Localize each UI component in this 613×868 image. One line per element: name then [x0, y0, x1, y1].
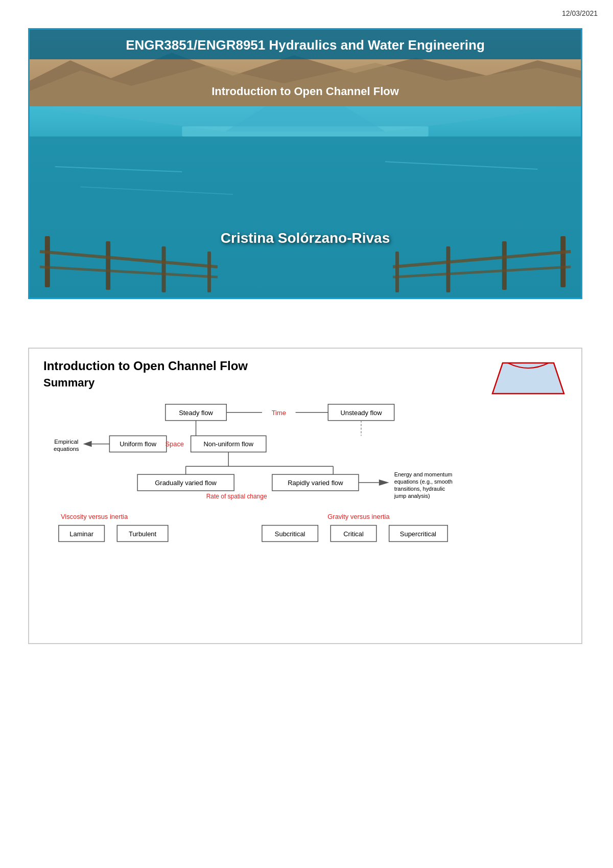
- svg-text:equations: equations: [54, 446, 79, 452]
- svg-text:Critical: Critical: [343, 530, 364, 538]
- svg-marker-50: [379, 479, 389, 486]
- slide1-title: ENGR3851/ENGR8951 Hydraulics and Water E…: [40, 37, 571, 54]
- svg-text:Viscosity versus inertia: Viscosity versus inertia: [61, 513, 128, 520]
- cross-section-shape: [487, 358, 569, 399]
- svg-marker-33: [83, 441, 92, 447]
- svg-text:Subcritical: Subcritical: [275, 530, 305, 538]
- svg-rect-17: [502, 241, 507, 290]
- svg-text:Gradually varied flow: Gradually varied flow: [155, 479, 217, 487]
- svg-line-13: [40, 252, 218, 267]
- svg-text:Gravity versus inertia: Gravity versus inertia: [327, 513, 390, 520]
- svg-text:equations (e.g., smooth: equations (e.g., smooth: [394, 478, 453, 485]
- svg-text:Time: Time: [272, 409, 286, 417]
- svg-line-14: [40, 267, 218, 277]
- svg-rect-15: [395, 252, 399, 292]
- svg-text:Rapidly varied flow: Rapidly varied flow: [288, 479, 343, 487]
- svg-text:Turbulent: Turbulent: [129, 530, 157, 538]
- svg-line-19: [393, 252, 571, 267]
- svg-text:Laminar: Laminar: [69, 530, 93, 538]
- slide1-title-bar: ENGR3851/ENGR8951 Hydraulics and Water E…: [30, 30, 581, 59]
- slide1-author-overlay: Cristina Solórzano-Rivas: [30, 230, 581, 246]
- svg-text:Uniform flow: Uniform flow: [120, 440, 156, 448]
- slide1: ENGR3851/ENGR8951 Hydraulics and Water E…: [28, 28, 582, 299]
- svg-text:Non-uniform flow: Non-uniform flow: [203, 440, 253, 448]
- svg-line-20: [393, 267, 571, 277]
- slide1-author: Cristina Solórzano-Rivas: [30, 230, 581, 246]
- svg-text:Unsteady flow: Unsteady flow: [340, 409, 382, 417]
- slide1-subtitle: Introduction to Open Channel Flow: [40, 85, 571, 98]
- svg-rect-10: [106, 241, 110, 290]
- date-label: 12/03/2021: [562, 9, 598, 17]
- svg-text:jump analysis): jump analysis): [394, 493, 430, 499]
- svg-rect-12: [207, 252, 211, 292]
- svg-text:transitions, hydraulic: transitions, hydraulic: [394, 486, 445, 492]
- svg-text:Empirical: Empirical: [54, 439, 78, 445]
- svg-rect-11: [162, 246, 166, 292]
- svg-text:Energy and momentum: Energy and momentum: [394, 471, 453, 477]
- svg-rect-16: [446, 246, 450, 292]
- svg-text:Steady flow: Steady flow: [179, 409, 213, 417]
- svg-text:Supercritical: Supercritical: [400, 530, 436, 538]
- slide2: Introduction to Open Channel Flow Summar…: [28, 348, 582, 644]
- svg-text:Space: Space: [165, 440, 184, 448]
- svg-text:Rate of spatial change: Rate of spatial change: [206, 493, 267, 500]
- flow-diagram: Steady flow Time Unsteady flow Empirical…: [43, 399, 567, 573]
